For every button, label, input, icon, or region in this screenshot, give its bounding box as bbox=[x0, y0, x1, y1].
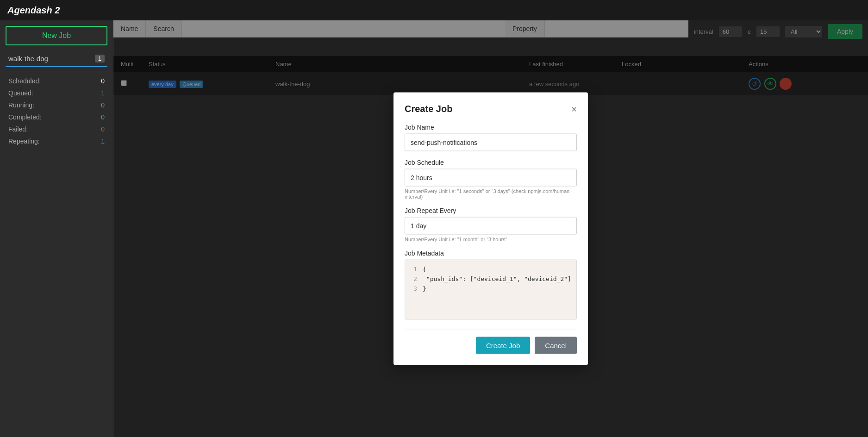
stat-label-completed: Completed: bbox=[8, 113, 42, 121]
job-repeat-group: Job Repeat Every Number/Every Unit i.e: … bbox=[405, 207, 577, 242]
stat-row-queued: Queued: 1 bbox=[6, 87, 107, 99]
main-layout: New Job walk-the-dog 1 Scheduled: 0 Queu… bbox=[0, 20, 868, 437]
content-area: Name Search Property interval e All Sche… bbox=[113, 20, 868, 437]
stat-label-repeating: Repeating: bbox=[8, 137, 40, 145]
job-metadata-label: Job Metadata bbox=[405, 250, 577, 257]
stat-row-completed: Completed: 0 bbox=[6, 111, 107, 123]
stat-value-scheduled: 0 bbox=[101, 77, 105, 85]
job-name-input[interactable] bbox=[405, 134, 577, 151]
job-metadata-editor[interactable]: 1{ 2 "push_ids": ["deviceid_1", "devicei… bbox=[405, 260, 577, 320]
stat-value-failed: 0 bbox=[101, 125, 105, 133]
modal-close-button[interactable]: × bbox=[571, 104, 577, 113]
stat-value-queued: 1 bbox=[101, 89, 105, 97]
job-schedule-input[interactable] bbox=[405, 169, 577, 187]
cancel-button[interactable]: Cancel bbox=[535, 337, 577, 354]
stat-value-repeating: 1 bbox=[101, 137, 105, 145]
stat-label-running: Running: bbox=[8, 101, 34, 109]
modal-title: Create Job bbox=[405, 104, 452, 114]
create-job-button[interactable]: Create Job bbox=[476, 337, 530, 354]
stat-label-scheduled: Scheduled: bbox=[8, 77, 41, 85]
job-name-label: Job Name bbox=[405, 124, 577, 131]
create-job-modal: Create Job × Job Name Job Schedule Numbe… bbox=[393, 93, 588, 365]
stat-value-completed: 0 bbox=[101, 113, 105, 121]
sidebar-divider bbox=[6, 71, 107, 71]
job-schedule-hint: Number/Every Unit i.e: "1 seconds" or "3… bbox=[405, 188, 577, 200]
app-title: Agendash 2 bbox=[7, 5, 60, 16]
modal-footer: Create Job Cancel bbox=[405, 329, 577, 354]
stat-row-failed: Failed: 0 bbox=[6, 123, 107, 135]
job-list-item[interactable]: walk-the-dog 1 bbox=[6, 51, 107, 67]
job-repeat-hint: Number/Every Unit i.e: "1 month" or "3 h… bbox=[405, 237, 577, 242]
job-repeat-input[interactable] bbox=[405, 217, 577, 235]
stat-label-queued: Queued: bbox=[8, 89, 33, 97]
job-repeat-label: Job Repeat Every bbox=[405, 207, 577, 214]
stat-row-running: Running: 0 bbox=[6, 99, 107, 111]
job-name-group: Job Name bbox=[405, 124, 577, 151]
top-bar: Agendash 2 bbox=[0, 0, 868, 20]
modal-header: Create Job × bbox=[405, 104, 577, 114]
job-badge: 1 bbox=[95, 55, 105, 62]
stat-row-repeating: Repeating: 1 bbox=[6, 135, 107, 147]
job-schedule-label: Job Schedule bbox=[405, 159, 577, 166]
job-name: walk-the-dog bbox=[8, 55, 48, 62]
job-metadata-group: Job Metadata 1{ 2 "push_ids": ["deviceid… bbox=[405, 250, 577, 320]
job-schedule-group: Job Schedule Number/Every Unit i.e: "1 s… bbox=[405, 159, 577, 200]
stat-value-running: 0 bbox=[101, 101, 105, 109]
sidebar: New Job walk-the-dog 1 Scheduled: 0 Queu… bbox=[0, 20, 113, 437]
stat-label-failed: Failed: bbox=[8, 125, 28, 133]
new-job-button[interactable]: New Job bbox=[6, 26, 107, 45]
stat-row-scheduled: Scheduled: 0 bbox=[6, 75, 107, 87]
